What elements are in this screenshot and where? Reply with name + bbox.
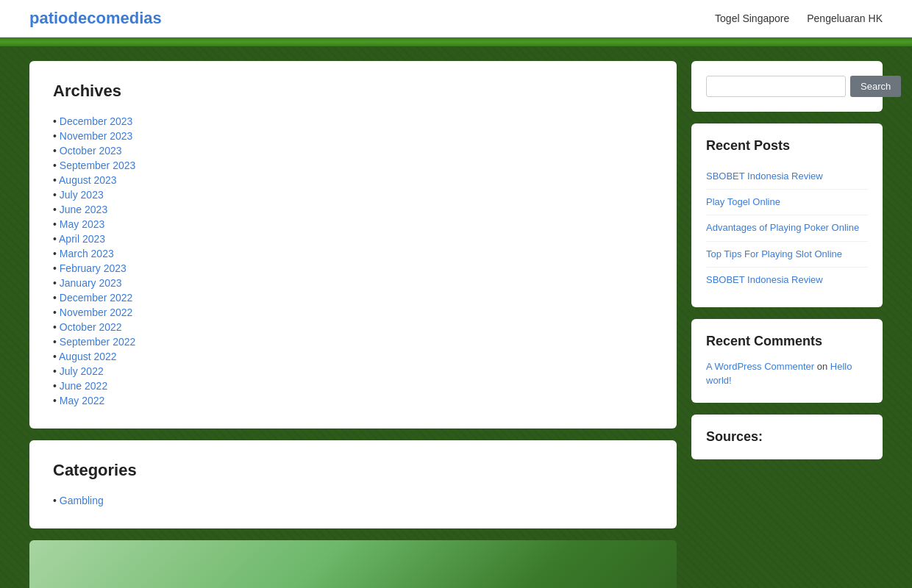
archive-list-item: December 2023 xyxy=(53,114,653,129)
recent-post-item: Top Tips For Playing Slot Online xyxy=(706,242,868,268)
archive-list-item: August 2022 xyxy=(53,349,653,364)
archive-list-item: July 2022 xyxy=(53,364,653,379)
bottom-image-card xyxy=(29,540,677,588)
archive-link[interactable]: September 2022 xyxy=(60,336,136,348)
archive-link[interactable]: January 2023 xyxy=(60,277,122,289)
archives-heading: Archives xyxy=(53,82,653,101)
recent-post-link[interactable]: SBOBET Indonesia Review xyxy=(706,171,823,182)
archive-link[interactable]: March 2023 xyxy=(60,248,114,259)
archive-link[interactable]: August 2022 xyxy=(59,351,117,362)
archive-list-item: March 2023 xyxy=(53,246,653,261)
archive-list-item: February 2023 xyxy=(53,261,653,276)
archive-list-item: August 2023 xyxy=(53,173,653,187)
recent-posts-list: SBOBET Indonesia ReviewPlay Togel Online… xyxy=(706,164,868,293)
archive-link[interactable]: May 2022 xyxy=(60,395,104,406)
archive-list-item: June 2022 xyxy=(53,379,653,393)
archive-link[interactable]: December 2023 xyxy=(60,115,133,127)
category-list-item: Gambling xyxy=(53,493,653,508)
categories-heading: Categories xyxy=(53,461,653,480)
recent-post-link[interactable]: Play Togel Online xyxy=(706,196,780,207)
search-button[interactable]: Search xyxy=(850,76,901,97)
sidebar: Search Recent Posts SBOBET Indonesia Rev… xyxy=(691,61,883,588)
archive-list-item: May 2023 xyxy=(53,217,653,232)
archive-link[interactable]: June 2022 xyxy=(60,380,107,392)
archive-list-item: April 2023 xyxy=(53,232,653,246)
nav-pengeluaran-hk[interactable]: Pengeluaran HK xyxy=(807,12,883,24)
archive-list-item: January 2023 xyxy=(53,276,653,290)
recent-post-item: Advantages of Playing Poker Online xyxy=(706,215,868,241)
recent-post-link[interactable]: Top Tips For Playing Slot Online xyxy=(706,248,842,259)
search-card: Search xyxy=(691,61,883,112)
sources-heading: Sources: xyxy=(706,429,868,445)
category-link[interactable]: Gambling xyxy=(60,495,104,506)
recent-post-item: SBOBET Indonesia Review xyxy=(706,268,868,293)
archive-link[interactable]: April 2023 xyxy=(59,233,105,245)
search-input[interactable] xyxy=(706,76,846,97)
archive-list-item: November 2022 xyxy=(53,305,653,320)
grass-divider xyxy=(0,37,912,46)
archive-link[interactable]: May 2023 xyxy=(60,218,104,230)
archive-link[interactable]: August 2023 xyxy=(59,174,117,186)
archives-card: Archives December 2023November 2023Octob… xyxy=(29,61,677,429)
archive-list-item: September 2022 xyxy=(53,334,653,349)
archive-link[interactable]: June 2023 xyxy=(60,204,107,215)
category-list: Gambling xyxy=(53,493,653,508)
site-header: patiodecomedias Togel Singapore Pengelua… xyxy=(0,0,912,37)
nav-togel-singapore[interactable]: Togel Singapore xyxy=(715,12,789,24)
archive-link[interactable]: December 2022 xyxy=(60,292,133,304)
archive-list-item: October 2022 xyxy=(53,320,653,334)
archive-list-item: September 2023 xyxy=(53,158,653,173)
commenter-link[interactable]: A WordPress Commenter xyxy=(706,361,814,372)
main-content: Archives December 2023November 2023Octob… xyxy=(29,61,677,588)
page-wrapper: Archives December 2023November 2023Octob… xyxy=(0,46,912,588)
recent-post-item: Play Togel Online xyxy=(706,190,868,215)
archive-list-item: October 2023 xyxy=(53,143,653,158)
recent-post-link[interactable]: Advantages of Playing Poker Online xyxy=(706,222,859,233)
archive-link[interactable]: September 2023 xyxy=(60,159,136,171)
archive-list-item: June 2023 xyxy=(53,202,653,217)
archive-link[interactable]: November 2023 xyxy=(60,130,133,142)
comment-item: A WordPress Commenter on Hello world! xyxy=(706,359,868,388)
archive-link[interactable]: February 2023 xyxy=(60,262,127,274)
image-placeholder xyxy=(29,540,677,588)
recent-posts-heading: Recent Posts xyxy=(706,138,868,154)
categories-card: Categories Gambling xyxy=(29,440,677,528)
sources-card: Sources: xyxy=(691,415,883,459)
archive-link[interactable]: July 2023 xyxy=(60,189,104,201)
archive-link[interactable]: October 2023 xyxy=(60,145,122,157)
site-title[interactable]: patiodecomedias xyxy=(29,9,162,28)
recent-post-link[interactable]: SBOBET Indonesia Review xyxy=(706,274,823,285)
main-nav: Togel Singapore Pengeluaran HK xyxy=(715,12,883,24)
archive-link[interactable]: November 2022 xyxy=(60,306,133,318)
archive-list-item: November 2023 xyxy=(53,129,653,143)
recent-post-item: SBOBET Indonesia Review xyxy=(706,164,868,190)
archive-list-item: May 2022 xyxy=(53,393,653,408)
comment-on-text: on xyxy=(817,361,830,372)
archive-link[interactable]: October 2022 xyxy=(60,321,122,333)
recent-comments-heading: Recent Comments xyxy=(706,334,868,349)
recent-posts-card: Recent Posts SBOBET Indonesia ReviewPlay… xyxy=(691,123,883,307)
search-box: Search xyxy=(706,76,868,97)
archive-list-item: July 2023 xyxy=(53,187,653,202)
archive-list: December 2023November 2023October 2023Se… xyxy=(53,114,653,408)
archive-list-item: December 2022 xyxy=(53,290,653,305)
recent-comments-card: Recent Comments A WordPress Commenter on… xyxy=(691,319,883,403)
archive-link[interactable]: July 2022 xyxy=(60,365,104,377)
